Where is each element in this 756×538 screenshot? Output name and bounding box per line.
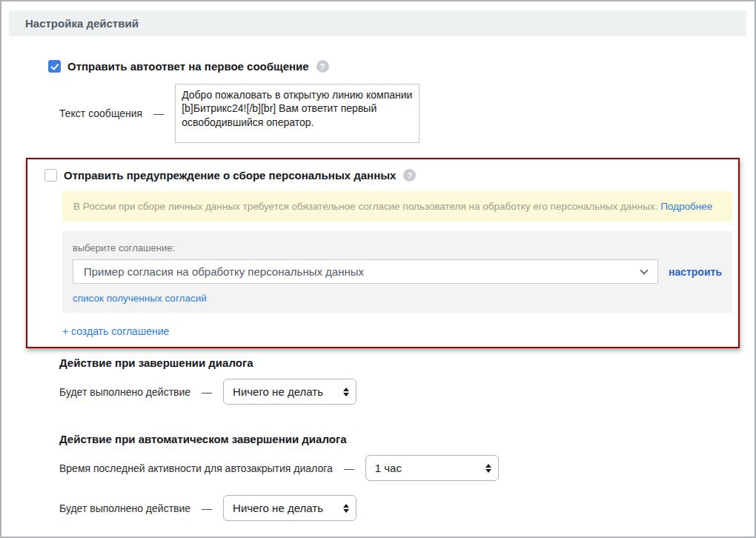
- auto-reply-label: Отправить автоответ на первое сообщение: [67, 60, 309, 73]
- personal-data-highlight-box: Отправить предупреждение о сборе персона…: [26, 158, 740, 348]
- auto-reply-checkbox[interactable]: [48, 60, 61, 73]
- selected-value: 1 час: [375, 462, 402, 474]
- auto-reply-row: Отправить автоответ на первое сообщение …: [48, 60, 755, 73]
- dialog-finish-action-select[interactable]: Ничего не делать: [223, 379, 357, 405]
- agreement-selected-option: Пример согласия на обработку персональны…: [84, 265, 364, 278]
- message-text-label: Текст сообщения: [59, 107, 142, 119]
- label-dash: —: [333, 462, 365, 474]
- auto-close-time-row: Время последней активности для автозакры…: [59, 455, 755, 481]
- personal-data-checkbox[interactable]: [44, 169, 57, 182]
- auto-finish-heading: Действие при автоматическом завершении д…: [59, 433, 755, 445]
- dialog-finish-action-row: Будет выполнено действие — Ничего не дел…: [59, 379, 755, 405]
- chevron-down-icon: [640, 266, 648, 274]
- label-dash: —: [190, 386, 223, 398]
- selected-value: Ничего не делать: [233, 502, 323, 514]
- action-label: Будет выполнено действие: [59, 502, 190, 514]
- personal-data-row: Отправить предупреждение о сборе персона…: [44, 169, 732, 182]
- label-dash: —: [142, 107, 175, 119]
- received-consents-link[interactable]: список полученных согласий: [73, 293, 207, 304]
- notice-text: В России при сборе личных данных требует…: [73, 201, 657, 212]
- action-label: Будет выполнено действие: [59, 386, 190, 398]
- russia-consent-notice: В России при сборе личных данных требует…: [62, 191, 732, 222]
- page-title: Настройка действий: [9, 10, 746, 36]
- message-textarea[interactable]: Добро пожаловать в открытую линию компан…: [175, 84, 420, 143]
- label-dash: —: [190, 502, 223, 514]
- help-icon[interactable]: ?: [316, 60, 329, 73]
- agreement-select[interactable]: Пример согласия на обработку персональны…: [73, 259, 658, 284]
- agreement-select-label: выберите соглашение:: [73, 242, 722, 253]
- agreement-select-row: Пример согласия на обработку персональны…: [73, 259, 722, 284]
- auto-finish-action-row: Будет выполнено действие — Ничего не дел…: [59, 495, 755, 521]
- notice-more-link[interactable]: Подробнее: [660, 201, 712, 212]
- select-spinner-icon: [485, 464, 491, 473]
- auto-close-time-select[interactable]: 1 час: [365, 455, 499, 481]
- select-spinner-icon: [343, 388, 349, 396]
- agreement-panel: выберите соглашение: Пример согласия на …: [62, 231, 732, 313]
- dialog-finish-heading: Действие при завершении диалога: [59, 356, 755, 369]
- configure-agreement-link[interactable]: настроить: [669, 266, 722, 278]
- auto-close-time-label: Время последней активности для автозакры…: [59, 462, 333, 474]
- create-agreement-link[interactable]: + создать соглашение: [62, 325, 169, 337]
- help-icon[interactable]: ?: [403, 169, 416, 182]
- personal-data-label: Отправить предупреждение о сборе персона…: [64, 169, 396, 182]
- message-text-row: Текст сообщения — Добро пожаловать в отк…: [59, 84, 755, 143]
- auto-finish-action-select[interactable]: Ничего не делать: [223, 495, 357, 521]
- select-spinner-icon: [343, 504, 349, 513]
- selected-value: Ничего не делать: [233, 385, 323, 398]
- settings-panel: Настройка действий Отправить автоответ н…: [0, 0, 756, 538]
